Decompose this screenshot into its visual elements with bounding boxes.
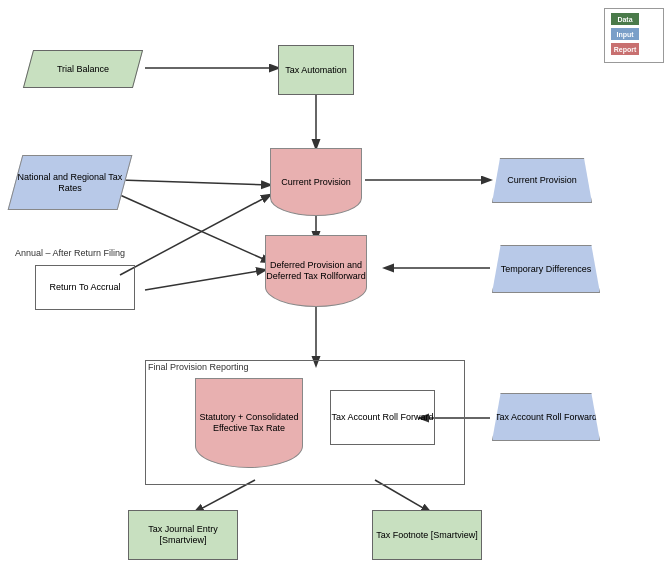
svg-line-2 bbox=[120, 180, 270, 185]
tax-automation-label: Tax Automation bbox=[285, 65, 347, 76]
svg-line-5 bbox=[145, 270, 265, 290]
legend-item-data: Data bbox=[611, 13, 657, 25]
deferred-provision-shape: Deferred Provision and Deferred Tax Roll… bbox=[265, 235, 367, 307]
tax-account-roll-forward-right-label: Tax Account Roll Forward bbox=[495, 412, 597, 423]
tax-account-roll-forward-center-shape: Tax Account Roll Forward bbox=[330, 390, 435, 445]
current-provision-right-shape: Current Provision bbox=[492, 158, 592, 203]
current-provision-center-label: Current Provision bbox=[281, 177, 351, 188]
statutory-consolidated-label: Statutory + Consolidated Effective Tax R… bbox=[196, 412, 302, 434]
legend-color-data: Data bbox=[611, 13, 639, 25]
legend-item-report: Report bbox=[611, 43, 657, 55]
return-to-accrual-label: Return To Accrual bbox=[50, 282, 121, 293]
tax-account-roll-forward-right-shape: Tax Account Roll Forward bbox=[492, 393, 600, 441]
tax-journal-entry-shape: Tax Journal Entry [Smartview] bbox=[128, 510, 238, 560]
final-provision-label: Final Provision Reporting bbox=[148, 362, 249, 372]
tax-automation-shape: Tax Automation bbox=[278, 45, 354, 95]
temporary-differences-shape: Temporary Differences bbox=[492, 245, 600, 293]
tax-footnote-shape: Tax Footnote [Smartview] bbox=[372, 510, 482, 560]
current-provision-right-label: Current Provision bbox=[507, 175, 577, 186]
tax-account-roll-forward-center-label: Tax Account Roll Forward bbox=[331, 412, 433, 423]
current-provision-center-shape: Current Provision bbox=[270, 148, 362, 216]
annual-label: Annual – After Return Filing bbox=[15, 248, 155, 258]
diagram-container: Data Input Report bbox=[0, 0, 672, 576]
national-tax-rates-label: National and Regional Tax Rates bbox=[16, 172, 124, 194]
tax-journal-entry-label: Tax Journal Entry [Smartview] bbox=[129, 524, 237, 546]
legend: Data Input Report bbox=[604, 8, 664, 63]
tax-footnote-label: Tax Footnote [Smartview] bbox=[376, 530, 478, 541]
return-to-accrual-shape: Return To Accrual bbox=[35, 265, 135, 310]
statutory-consolidated-shape: Statutory + Consolidated Effective Tax R… bbox=[195, 378, 303, 468]
legend-color-report: Report bbox=[611, 43, 639, 55]
trial-balance-shape: Trial Balance bbox=[23, 50, 143, 88]
temporary-differences-label: Temporary Differences bbox=[501, 264, 591, 275]
legend-color-input: Input bbox=[611, 28, 639, 40]
legend-label-data: Data bbox=[617, 16, 632, 23]
deferred-provision-label: Deferred Provision and Deferred Tax Roll… bbox=[266, 260, 366, 282]
legend-label-input: Input bbox=[616, 31, 633, 38]
national-tax-rates-shape: National and Regional Tax Rates bbox=[8, 155, 133, 210]
svg-line-6 bbox=[120, 195, 270, 275]
trial-balance-label: Trial Balance bbox=[57, 64, 109, 75]
legend-label-report: Report bbox=[614, 46, 637, 53]
legend-item-input: Input bbox=[611, 28, 657, 40]
